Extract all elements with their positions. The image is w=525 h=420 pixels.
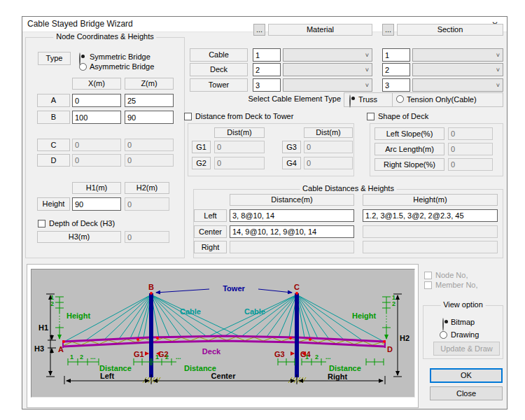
cable-stayed-bridge-wizard-dialog: Cable Stayed Bridge Wizard ✕ Node Coordi… xyxy=(22,16,507,410)
deck-material-combo[interactable]: ˅ xyxy=(283,63,372,76)
g1-diagram-label: G1 xyxy=(134,350,144,358)
node-b-diagram-label: B xyxy=(148,283,154,291)
asymmetric-bridge-radio[interactable] xyxy=(79,63,87,71)
g4-dist-input[interactable] xyxy=(304,157,353,169)
cable-distances-group-title: Cable Distances & Heights xyxy=(300,184,397,192)
screen: Cable Stayed Bridge Wizard ✕ Node Coordi… xyxy=(0,0,525,420)
right-distance-input[interactable] xyxy=(230,241,354,253)
close-button[interactable]: Close xyxy=(430,386,503,400)
type-label: Type xyxy=(38,52,71,65)
section-browse-button[interactable]: ... xyxy=(382,24,394,36)
chevron-down-icon: ˅ xyxy=(365,66,369,73)
g3-dist-input[interactable] xyxy=(304,141,353,153)
left-height-input[interactable] xyxy=(363,209,498,222)
node-no-checkbox[interactable] xyxy=(424,272,432,279)
tower-material-combo[interactable]: ˅ xyxy=(283,78,372,92)
center-distance-input[interactable] xyxy=(230,225,354,238)
node-c-diagram-label: C xyxy=(294,283,300,291)
tower-diagram-label: Tower xyxy=(223,284,245,293)
deck-material-id-input[interactable] xyxy=(253,63,281,76)
cable-material-id-input[interactable] xyxy=(253,48,281,62)
arc-length-input[interactable] xyxy=(448,143,493,155)
cable-element-type-label: Select Cable Element Type xyxy=(232,94,341,103)
material-row-tower-label: Tower xyxy=(190,78,248,92)
g1-dist-input[interactable] xyxy=(214,141,265,153)
h2-input[interactable] xyxy=(125,197,169,211)
dist-tick-2-left: 2 xyxy=(80,354,83,360)
dist-tick-1-center: 1 xyxy=(155,354,159,360)
cable-section-combo[interactable]: ˅ xyxy=(412,48,503,62)
shape-of-deck-checkbox[interactable] xyxy=(367,113,374,120)
node-coordinates-group-title: Node Coordinates & Heights xyxy=(53,32,156,41)
drawing-radio[interactable] xyxy=(440,331,447,339)
member-no-checkbox[interactable] xyxy=(424,281,432,289)
column-header-h2: H2(m) xyxy=(125,182,169,194)
node-b-z-input[interactable] xyxy=(125,111,174,124)
column-header-z: Z(m) xyxy=(125,78,174,90)
column-header-h1: H1(m) xyxy=(72,182,121,194)
right-height-input[interactable] xyxy=(363,241,498,253)
window-title: Cable Stayed Bridge Wizard xyxy=(27,17,133,31)
deck-to-tower-label: Distance from Deck to Tower xyxy=(195,112,293,120)
left-slope-input[interactable] xyxy=(448,127,493,140)
deck-section-id-input[interactable] xyxy=(382,63,410,76)
truss-radio[interactable] xyxy=(349,94,351,108)
arc-length-label: Arc Length(m) xyxy=(374,143,444,155)
dist-dots-left: ... xyxy=(90,354,96,360)
update-draw-button[interactable]: Update & Draw xyxy=(433,342,500,356)
node-d-z-input[interactable] xyxy=(125,154,174,167)
node-d-diagram-label: D xyxy=(387,345,393,354)
chevron-down-icon: ˅ xyxy=(365,51,369,58)
node-c-x-input[interactable] xyxy=(72,139,121,151)
center-height-input[interactable] xyxy=(363,225,498,238)
tower-material-id-input[interactable] xyxy=(253,78,281,92)
cable-row-right-label: Right xyxy=(194,241,227,253)
tower-right xyxy=(295,293,299,377)
preview-bitmap: H1 H3 H2 xyxy=(31,269,415,398)
cable-diagram-label-left: Cable xyxy=(180,307,201,316)
cable-section-id-input[interactable] xyxy=(382,48,410,62)
section-header: Section xyxy=(397,24,503,36)
g1-label: G1 xyxy=(192,141,211,153)
tower-section-combo[interactable]: ˅ xyxy=(412,78,503,92)
chevron-down-icon: ˅ xyxy=(365,81,369,88)
cable-diagram-label-right: Cable xyxy=(244,307,265,316)
h2-dim-label: H2 xyxy=(400,334,410,342)
bitmap-radio[interactable] xyxy=(442,318,444,331)
dist-tick-2-right: 2 xyxy=(315,354,318,360)
h1-input[interactable] xyxy=(72,197,121,211)
cables xyxy=(64,295,384,342)
deck-to-tower-checkbox[interactable] xyxy=(184,113,192,120)
deck-diagram-label: Deck xyxy=(202,347,221,356)
h3-input[interactable] xyxy=(125,231,169,243)
node-b-x-input[interactable] xyxy=(72,111,121,124)
height-tick-2-left: 2 xyxy=(50,300,54,307)
node-c-z-input[interactable] xyxy=(125,139,174,151)
right-slope-input[interactable] xyxy=(448,158,493,171)
left-distance-input[interactable] xyxy=(230,209,354,222)
distance-label-right: Distance xyxy=(329,364,361,372)
node-a-z-input[interactable] xyxy=(125,94,174,107)
cable-material-combo[interactable]: ˅ xyxy=(283,48,372,62)
left-slope-label: Left Slope(%) xyxy=(374,127,444,140)
ok-button[interactable]: OK xyxy=(430,368,503,383)
bitmap-label: Bitmap xyxy=(451,318,475,326)
material-browse-button[interactable]: ... xyxy=(253,24,265,36)
deck-section-combo[interactable]: ˅ xyxy=(412,63,503,76)
row-a-label: A xyxy=(37,94,70,107)
distance-column-header: Distance(m) xyxy=(230,194,354,206)
tension-only-radio[interactable] xyxy=(396,95,404,103)
tower-section-id-input[interactable] xyxy=(382,78,410,92)
right-slope-label: Right Slope(%) xyxy=(374,158,444,171)
node-d-x-input[interactable] xyxy=(72,154,121,167)
drawing-label: Drawing xyxy=(451,330,479,339)
node-a-x-input[interactable] xyxy=(72,94,121,107)
material-row-deck-label: Deck xyxy=(190,63,248,76)
depth-of-deck-checkbox[interactable] xyxy=(38,220,46,227)
chevron-down-icon: ˅ xyxy=(496,66,500,73)
span-right-label: Right xyxy=(328,372,347,381)
g2-dist-input[interactable] xyxy=(214,157,265,169)
dist-tick-1-left: 1 xyxy=(70,354,74,360)
asymmetric-bridge-label: Asymmetric Bridge xyxy=(90,62,154,71)
h3-dimension xyxy=(48,335,56,354)
